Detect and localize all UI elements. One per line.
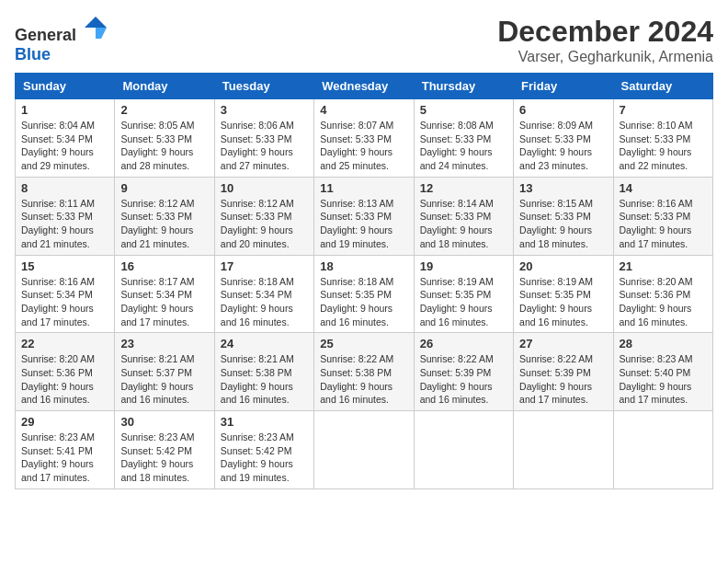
calendar-cell: 3 Sunrise: 8:06 AM Sunset: 5:33 PM Dayli…: [214, 99, 313, 178]
logo-blue: Blue: [15, 45, 51, 63]
sunset-label: Sunset: 5:33 PM: [120, 133, 192, 144]
sunset-label: Sunset: 5:33 PM: [420, 211, 492, 222]
sunset-label: Sunset: 5:33 PM: [519, 133, 591, 144]
day-number: 16: [120, 259, 208, 273]
daylight-label: Daylight: 9 hours and 16 minutes.: [21, 381, 94, 406]
sunset-label: Sunset: 5:42 PM: [120, 445, 192, 456]
sunrise-label: Sunrise: 8:22 AM: [519, 353, 593, 364]
calendar-week-row: 22 Sunrise: 8:20 AM Sunset: 5:36 PM Dayl…: [16, 333, 713, 411]
calendar-cell: 26 Sunrise: 8:22 AM Sunset: 5:39 PM Dayl…: [414, 333, 513, 411]
daylight-label: Daylight: 9 hours and 16 minutes.: [221, 381, 293, 406]
title-section: December 2024 Varser, Gegharkunik, Armen…: [497, 15, 713, 65]
header-wednesday: Wednesday: [314, 74, 414, 99]
sunset-label: Sunset: 5:33 PM: [320, 211, 392, 222]
daylight-label: Daylight: 9 hours and 25 minutes.: [320, 146, 392, 171]
calendar-cell: [514, 411, 613, 489]
daylight-label: Daylight: 9 hours and 27 minutes.: [221, 146, 293, 171]
daylight-label: Daylight: 9 hours and 24 minutes.: [420, 146, 493, 171]
sunrise-label: Sunrise: 8:21 AM: [120, 353, 194, 364]
sunrise-label: Sunrise: 8:08 AM: [420, 120, 494, 131]
calendar-week-row: 8 Sunrise: 8:11 AM Sunset: 5:33 PM Dayli…: [16, 177, 713, 255]
day-info: Sunrise: 8:23 AM Sunset: 5:41 PM Dayligh…: [21, 431, 108, 485]
day-number: 29: [21, 415, 108, 429]
daylight-label: Daylight: 9 hours and 23 minutes.: [519, 146, 592, 171]
sunrise-label: Sunrise: 8:13 AM: [320, 198, 393, 209]
sunset-label: Sunset: 5:35 PM: [519, 289, 591, 300]
sunrise-label: Sunrise: 8:05 AM: [120, 120, 194, 131]
day-number: 25: [320, 337, 407, 350]
calendar-cell: 31 Sunrise: 8:23 AM Sunset: 5:42 PM Dayl…: [214, 411, 313, 489]
calendar-cell: 29 Sunrise: 8:23 AM Sunset: 5:41 PM Dayl…: [16, 411, 115, 489]
calendar-cell: 4 Sunrise: 8:07 AM Sunset: 5:33 PM Dayli…: [314, 99, 414, 178]
calendar-cell: 12 Sunrise: 8:14 AM Sunset: 5:33 PM Dayl…: [414, 177, 513, 255]
calendar-cell: 30 Sunrise: 8:23 AM Sunset: 5:42 PM Dayl…: [115, 411, 214, 489]
sunset-label: Sunset: 5:33 PM: [519, 211, 591, 222]
header-saturday: Saturday: [613, 74, 712, 99]
day-info: Sunrise: 8:10 AM Sunset: 5:33 PM Dayligh…: [620, 119, 707, 173]
header-sunday: Sunday: [16, 74, 115, 99]
day-number: 14: [620, 181, 707, 195]
day-number: 27: [519, 337, 607, 350]
sunrise-label: Sunrise: 8:20 AM: [21, 353, 95, 364]
calendar-week-row: 1 Sunrise: 8:04 AM Sunset: 5:34 PM Dayli…: [16, 99, 713, 178]
day-number: 15: [21, 259, 108, 273]
calendar-week-row: 29 Sunrise: 8:23 AM Sunset: 5:41 PM Dayl…: [16, 411, 713, 489]
sunset-label: Sunset: 5:34 PM: [221, 289, 292, 300]
sunset-label: Sunset: 5:34 PM: [120, 289, 192, 300]
day-number: 26: [420, 337, 507, 350]
sunrise-label: Sunrise: 8:11 AM: [21, 198, 95, 209]
sunrise-label: Sunrise: 8:12 AM: [221, 198, 294, 209]
day-info: Sunrise: 8:11 AM Sunset: 5:33 PM Dayligh…: [21, 197, 108, 251]
day-number: 17: [221, 259, 308, 273]
header-monday: Monday: [115, 74, 214, 99]
day-info: Sunrise: 8:20 AM Sunset: 5:36 PM Dayligh…: [21, 352, 108, 407]
day-info: Sunrise: 8:19 AM Sunset: 5:35 PM Dayligh…: [519, 275, 607, 329]
sunrise-label: Sunrise: 8:06 AM: [221, 120, 294, 131]
calendar-cell: [314, 411, 414, 489]
day-number: 10: [221, 181, 308, 195]
calendar-cell: 17 Sunrise: 8:18 AM Sunset: 5:34 PM Dayl…: [214, 255, 313, 333]
calendar-cell: [613, 411, 712, 489]
day-info: Sunrise: 8:05 AM Sunset: 5:33 PM Dayligh…: [120, 119, 208, 173]
calendar-cell: 20 Sunrise: 8:19 AM Sunset: 5:35 PM Dayl…: [514, 255, 613, 333]
logo: General Blue: [15, 15, 108, 64]
sunset-label: Sunset: 5:35 PM: [420, 289, 492, 300]
sunset-label: Sunset: 5:34 PM: [21, 289, 93, 300]
sunrise-label: Sunrise: 8:16 AM: [21, 276, 95, 287]
sunrise-label: Sunrise: 8:20 AM: [620, 276, 693, 287]
sunset-label: Sunset: 5:36 PM: [620, 289, 691, 300]
day-number: 2: [120, 103, 208, 117]
sunset-label: Sunset: 5:40 PM: [620, 367, 691, 378]
calendar-cell: [414, 411, 513, 489]
daylight-label: Daylight: 9 hours and 16 minutes.: [420, 381, 493, 406]
day-number: 12: [420, 181, 507, 195]
sunset-label: Sunset: 5:33 PM: [221, 133, 292, 144]
calendar-cell: 1 Sunrise: 8:04 AM Sunset: 5:34 PM Dayli…: [16, 99, 115, 178]
day-info: Sunrise: 8:06 AM Sunset: 5:33 PM Dayligh…: [221, 119, 308, 173]
sunrise-label: Sunrise: 8:18 AM: [320, 276, 393, 287]
daylight-label: Daylight: 9 hours and 16 minutes.: [620, 303, 692, 327]
daylight-label: Daylight: 9 hours and 20 minutes.: [221, 224, 293, 249]
daylight-label: Daylight: 9 hours and 17 minutes.: [620, 381, 692, 406]
sunrise-label: Sunrise: 8:15 AM: [519, 198, 593, 209]
day-info: Sunrise: 8:04 AM Sunset: 5:34 PM Dayligh…: [21, 119, 108, 173]
sunrise-label: Sunrise: 8:17 AM: [120, 276, 194, 287]
location-subtitle: Varser, Gegharkunik, Armenia: [497, 49, 713, 65]
sunset-label: Sunset: 5:33 PM: [120, 211, 192, 222]
sunrise-label: Sunrise: 8:04 AM: [21, 120, 95, 131]
day-number: 3: [221, 103, 308, 117]
calendar-week-row: 15 Sunrise: 8:16 AM Sunset: 5:34 PM Dayl…: [16, 255, 713, 333]
day-number: 20: [519, 259, 607, 273]
daylight-label: Daylight: 9 hours and 28 minutes.: [120, 146, 193, 171]
day-number: 6: [519, 103, 607, 117]
day-info: Sunrise: 8:21 AM Sunset: 5:38 PM Dayligh…: [221, 352, 308, 407]
day-info: Sunrise: 8:16 AM Sunset: 5:34 PM Dayligh…: [21, 275, 108, 329]
day-info: Sunrise: 8:23 AM Sunset: 5:40 PM Dayligh…: [620, 352, 707, 407]
sunrise-label: Sunrise: 8:10 AM: [620, 120, 693, 131]
sunrise-label: Sunrise: 8:16 AM: [620, 198, 693, 209]
daylight-label: Daylight: 9 hours and 16 minutes.: [320, 303, 392, 327]
sunset-label: Sunset: 5:41 PM: [21, 445, 93, 456]
sunset-label: Sunset: 5:33 PM: [221, 211, 292, 222]
calendar-cell: 6 Sunrise: 8:09 AM Sunset: 5:33 PM Dayli…: [514, 99, 613, 178]
day-number: 22: [21, 337, 108, 350]
